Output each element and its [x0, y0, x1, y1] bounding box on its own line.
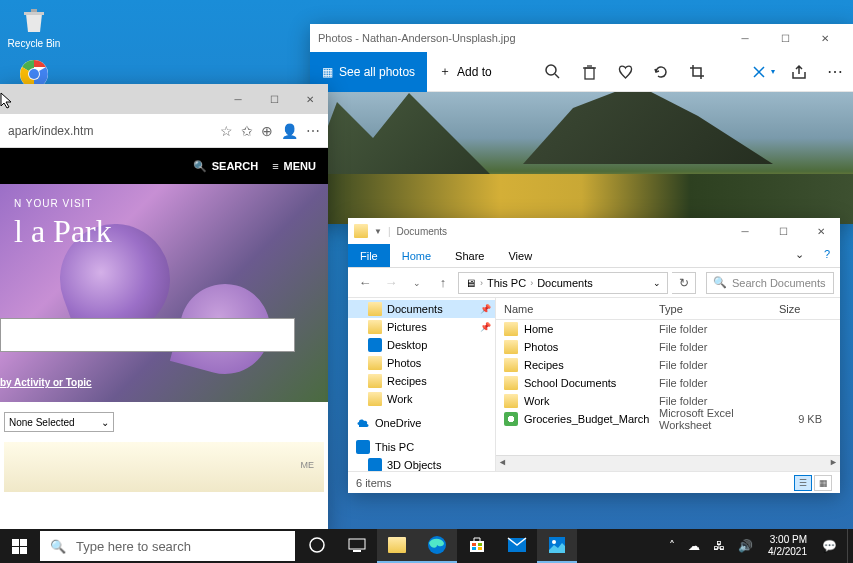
- maximize-button[interactable]: ☐: [764, 218, 802, 244]
- site-menu-button[interactable]: ≡MENU: [272, 160, 316, 172]
- show-desktop-button[interactable]: [847, 529, 853, 563]
- close-button[interactable]: ✕: [802, 218, 840, 244]
- refresh-button[interactable]: ↻: [672, 272, 696, 294]
- start-button[interactable]: [0, 529, 38, 563]
- photo-viewport[interactable]: [310, 92, 853, 224]
- pin-icon: 📌: [480, 304, 491, 314]
- zoom-button[interactable]: [535, 52, 571, 92]
- minimize-button[interactable]: ─: [725, 24, 765, 52]
- nav-photos[interactable]: Photos: [348, 354, 495, 372]
- nav-onedrive[interactable]: OneDrive: [348, 414, 495, 432]
- nav-documents[interactable]: Documents📌: [348, 300, 495, 318]
- photos-taskbar[interactable]: [537, 529, 577, 563]
- nav-desktop[interactable]: Desktop: [348, 336, 495, 354]
- photos-titlebar[interactable]: Photos - Nathan-Anderson-Unsplash.jpg ─ …: [310, 24, 853, 52]
- task-view-button[interactable]: [337, 529, 377, 563]
- recycle-bin-icon: [18, 4, 50, 36]
- recycle-bin-label: Recycle Bin: [8, 38, 61, 49]
- favorites-icon[interactable]: ✩: [241, 123, 253, 139]
- up-button[interactable]: ↑: [432, 272, 454, 294]
- tab-home[interactable]: Home: [390, 244, 443, 267]
- share-button[interactable]: [781, 52, 817, 92]
- forward-button[interactable]: →: [380, 272, 402, 294]
- more-button[interactable]: ⋯: [817, 52, 853, 92]
- clock[interactable]: 3:00 PM 4/2/2021: [762, 534, 813, 558]
- back-button[interactable]: ←: [354, 272, 376, 294]
- column-name[interactable]: Name: [504, 303, 659, 315]
- browser-titlebar[interactable]: ─ ☐ ✕: [0, 84, 328, 114]
- nav-3dobjects[interactable]: 3D Objects: [348, 456, 495, 471]
- nav-thispc[interactable]: This PC: [348, 438, 495, 456]
- site-search-button[interactable]: 🔍SEARCH: [193, 160, 258, 173]
- ellipsis-icon: ⋯: [827, 62, 843, 81]
- minimize-button[interactable]: ─: [220, 84, 256, 114]
- collections-icon[interactable]: ⊕: [261, 123, 273, 139]
- store-taskbar[interactable]: [457, 529, 497, 563]
- nav-work[interactable]: Work: [348, 390, 495, 408]
- file-row[interactable]: RecipesFile folder: [496, 356, 840, 374]
- pc-icon: [356, 440, 370, 454]
- url-input[interactable]: [8, 124, 212, 138]
- system-tray: ˄ ☁ 🖧 🔊 3:00 PM 4/2/2021 💬: [659, 534, 847, 558]
- tab-share[interactable]: Share: [443, 244, 496, 267]
- close-button[interactable]: ✕: [805, 24, 845, 52]
- profile-icon[interactable]: 👤: [281, 123, 298, 139]
- ribbon: File Home Share View ⌄ ?: [348, 244, 840, 268]
- map-preview[interactable]: [4, 442, 324, 492]
- state-dropdown[interactable]: ▼: [0, 318, 295, 352]
- horizontal-scrollbar[interactable]: [496, 455, 840, 471]
- plus-icon: ＋: [439, 63, 451, 80]
- edit-button[interactable]: ▾: [745, 52, 781, 92]
- search-input[interactable]: 🔍 Search Documents: [706, 272, 834, 294]
- maximize-button[interactable]: ☐: [765, 24, 805, 52]
- menu-icon[interactable]: ⋯: [306, 123, 320, 139]
- onedrive-tray-icon[interactable]: ☁: [684, 539, 704, 553]
- icons-view-button[interactable]: ▦: [814, 475, 832, 491]
- tray-overflow-button[interactable]: ˄: [665, 539, 679, 553]
- explorer-titlebar[interactable]: ▼ | Documents ─ ☐ ✕: [348, 218, 840, 244]
- activity-link[interactable]: by Activity or Topic: [0, 377, 92, 388]
- tab-view[interactable]: View: [496, 244, 544, 267]
- column-type[interactable]: Type: [659, 303, 779, 315]
- file-row[interactable]: School DocumentsFile folder: [496, 374, 840, 392]
- add-to-button[interactable]: ＋ Add to: [427, 63, 504, 80]
- file-row[interactable]: Groceries_Budget_MarchMicrosoft Excel Wo…: [496, 410, 840, 428]
- nav-pictures[interactable]: Pictures📌: [348, 318, 495, 336]
- details-view-button[interactable]: ☰: [794, 475, 812, 491]
- favorite-button[interactable]: [607, 52, 643, 92]
- search-icon: 🔍: [713, 276, 727, 289]
- ribbon-expand-button[interactable]: ⌄: [785, 244, 814, 267]
- crop-button[interactable]: [679, 52, 715, 92]
- close-button[interactable]: ✕: [292, 84, 328, 114]
- file-row[interactable]: HomeFile folder: [496, 320, 840, 338]
- svg-rect-17: [478, 547, 482, 550]
- file-explorer-taskbar[interactable]: [377, 529, 417, 563]
- taskbar-search[interactable]: 🔍 Type here to search: [40, 531, 295, 561]
- delete-button[interactable]: [571, 52, 607, 92]
- ribbon-help-button[interactable]: ?: [814, 244, 840, 267]
- minimize-button[interactable]: ─: [726, 218, 764, 244]
- recent-dropdown[interactable]: ⌄: [406, 272, 428, 294]
- folder-icon: [368, 392, 382, 406]
- maximize-button[interactable]: ☐: [256, 84, 292, 114]
- star-outline-icon[interactable]: ☆: [220, 123, 233, 139]
- qat-dropdown-icon[interactable]: ▼: [374, 227, 382, 236]
- network-tray-icon[interactable]: 🖧: [709, 539, 729, 553]
- file-row[interactable]: PhotosFile folder: [496, 338, 840, 356]
- column-size[interactable]: Size: [779, 303, 840, 315]
- volume-tray-icon[interactable]: 🔊: [734, 539, 757, 553]
- action-center-button[interactable]: 💬: [818, 539, 841, 553]
- folder-icon: [368, 302, 382, 316]
- nav-recipes[interactable]: Recipes: [348, 372, 495, 390]
- recycle-bin-shortcut[interactable]: Recycle Bin: [4, 4, 64, 49]
- breadcrumb[interactable]: 🖥 › This PC › Documents ⌄: [458, 272, 668, 294]
- mail-taskbar[interactable]: [497, 529, 537, 563]
- rotate-button[interactable]: [643, 52, 679, 92]
- filter-dropdown[interactable]: None Selected ⌄: [4, 412, 114, 432]
- share-icon: [791, 64, 807, 80]
- chevron-down-icon[interactable]: ⌄: [653, 278, 661, 288]
- cortana-button[interactable]: [297, 529, 337, 563]
- tab-file[interactable]: File: [348, 244, 390, 267]
- edge-taskbar[interactable]: [417, 529, 457, 563]
- browser-window: ─ ☐ ✕ ☆ ✩ ⊕ 👤 ⋯ 🔍SEARCH ≡MENU N YOUR VIS…: [0, 84, 328, 534]
